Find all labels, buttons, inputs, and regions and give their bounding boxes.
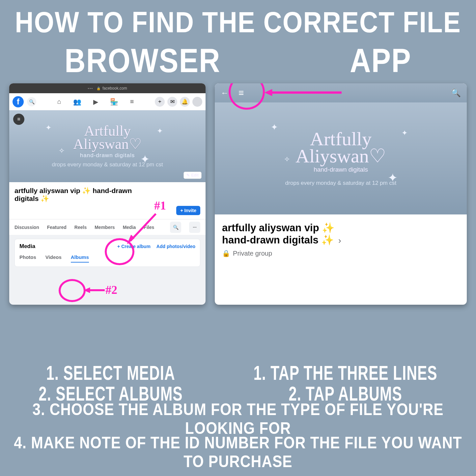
home-icon[interactable]: ⌂ xyxy=(57,98,61,106)
group-name: artfully aliyswan vip ✨ hand-drawn digit… xyxy=(14,187,136,203)
group-header: artfully aliyswan vip ✨ hand-drawn digit… xyxy=(9,182,206,219)
annotation-arrow-2 xyxy=(83,286,106,296)
browser-heading: BROWSER xyxy=(65,41,221,80)
app-group-header[interactable]: artfully aliyswan vip ✨ hand-drawn digit… xyxy=(215,214,467,265)
address-host: facebook.com xyxy=(102,86,127,91)
app-privacy: Private group xyxy=(233,250,272,257)
browser-screenshot: ••• 🔒 facebook.com f 🔍 ⌂ 👥 ▶ 🏪 ≡ ＋ ✉ 🔔 ≡ xyxy=(9,83,206,305)
svg-marker-1 xyxy=(127,235,134,244)
media-card-title: Media xyxy=(19,243,111,250)
svg-marker-3 xyxy=(84,288,90,293)
invite-button[interactable]: + Invite xyxy=(176,206,200,215)
add-photos-link[interactable]: Add photos/video xyxy=(156,244,195,249)
lock-icon: 🔒 xyxy=(97,87,100,90)
svg-line-0 xyxy=(130,214,156,241)
instr-app-1: 1. TAP THE THREE LINES xyxy=(253,361,437,385)
annotation-num1: #1 xyxy=(154,199,166,212)
marketplace-icon[interactable]: 🏪 xyxy=(110,98,118,106)
menu-lines-icon[interactable]: ≡ xyxy=(130,98,134,106)
annotation-circle-2 xyxy=(59,279,86,302)
app-brand-subtitle: hand-drawn digitals xyxy=(314,166,368,173)
page-title: HOW TO FIND THE CORRECT FILE xyxy=(0,5,476,40)
address-bar: ••• 🔒 facebook.com xyxy=(9,83,206,93)
more-tab-icon[interactable]: ··· xyxy=(189,222,200,233)
bell-icon[interactable]: 🔔 xyxy=(180,97,190,107)
plus-icon[interactable]: ＋ xyxy=(155,97,165,107)
search-tab-icon[interactable]: 🔍 xyxy=(170,222,181,233)
back-arrow-icon[interactable]: ← xyxy=(221,88,229,98)
lock-icon-app: 🔒 xyxy=(222,249,230,257)
hamburger-icon[interactable]: ≡ xyxy=(238,88,244,98)
media-card: Media + Create album Add photos/video Ph… xyxy=(14,239,200,267)
facebook-logo-icon[interactable]: f xyxy=(13,96,24,107)
app-group-line1: artfully aliyswan vip ✨ xyxy=(222,222,335,234)
subtab-albums[interactable]: Albums xyxy=(71,254,89,263)
instr-full-3: 3. CHOOSE THE ALBUM FOR THE TYPE OF FILE… xyxy=(3,400,473,437)
chevron-right-icon: › xyxy=(338,236,341,245)
friends-icon[interactable]: 👥 xyxy=(73,98,81,106)
tab-reels[interactable]: Reels xyxy=(74,225,87,230)
brand-line2: Aliyswan♡ xyxy=(73,136,142,152)
app-group-line2: hand-drawn digitals ✨ xyxy=(222,234,334,246)
facebook-top-bar: f 🔍 ⌂ 👥 ▶ 🏪 ≡ ＋ ✉ 🔔 xyxy=(9,93,206,110)
messenger-icon[interactable]: ✉ xyxy=(167,97,177,107)
search-icon-app[interactable]: 🔍 xyxy=(451,88,461,98)
cover-image: ≡ ✦ ✧ ✦ ✦ Artfully Aliyswan♡ hand-drawn … xyxy=(9,110,206,182)
annotation-num2: #2 xyxy=(105,283,117,297)
app-brand-line2: Aliyswan♡ xyxy=(295,145,386,167)
app-cover: ✦ ✧ ✦ ✦ Artfully Aliyswan♡ hand-drawn di… xyxy=(215,102,467,214)
pencil-icon: ✎ xyxy=(186,173,190,178)
edit-label: Edit xyxy=(191,173,199,178)
annotation-arrow-1 xyxy=(125,211,161,247)
brand-subtitle: hand-drawn digitals xyxy=(80,152,135,159)
instr-browser-1: 1. SELECT MEDIA xyxy=(39,361,182,385)
svg-marker-5 xyxy=(265,89,272,96)
subtab-photos[interactable]: Photos xyxy=(19,254,36,263)
tab-discussion[interactable]: Discussion xyxy=(14,225,39,230)
annotation-arrow-app xyxy=(264,89,343,98)
addr-dots-icon: ••• xyxy=(88,87,93,90)
tab-featured[interactable]: Featured xyxy=(47,225,67,230)
instr-full-4: 4. MAKE NOTE OF THE ID NUMBER FOR THE FI… xyxy=(3,434,473,471)
avatar-icon[interactable] xyxy=(192,97,202,107)
app-screenshot: ← ≡ 🔍 ✦ ✧ ✦ ✦ Artfully Aliyswan♡ hand-dr… xyxy=(215,83,467,305)
app-heading: APP xyxy=(350,41,411,80)
subtab-videos[interactable]: Videos xyxy=(45,254,62,263)
search-icon[interactable]: 🔍 xyxy=(27,97,36,106)
tab-members[interactable]: Members xyxy=(95,225,115,230)
edit-button[interactable]: ✎ Edit xyxy=(183,172,202,179)
group-tabs: Discussion Featured Reels Members Media … xyxy=(9,219,206,235)
watch-icon[interactable]: ▶ xyxy=(93,98,98,106)
instructions-block: 1. SELECT MEDIA 2. SELECT ALBUMS 1. TAP … xyxy=(0,361,476,476)
cover-menu-icon[interactable]: ≡ xyxy=(13,114,24,125)
app-brand-drops: drops every monday & saturday at 12 pm c… xyxy=(285,180,396,186)
